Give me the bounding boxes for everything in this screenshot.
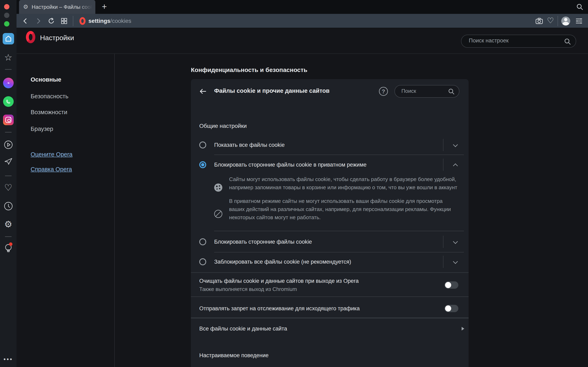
description-private: В приватном режиме сайты не могут исполь… [229,197,458,221]
sidebar-more-icon[interactable]: ••• [0,356,17,363]
divider [214,231,464,231]
sidebar-divider [5,69,12,70]
opera-settings-window: ⚙ Настройки – Файлы cookie и п + setting… [0,0,588,367]
card-search-input[interactable] [401,88,442,94]
notification-dot [9,242,12,246]
second-section-title: Настраиваемое поведение [199,352,269,359]
row-divider [443,159,443,171]
toggle-label-do-not-track: Отправлять запрет на отслеживание для ис… [199,305,360,312]
cookie-icon [214,183,223,192]
settings-gear-icon[interactable]: ⚙ [0,220,17,229]
tab-bar-search-icon[interactable] [576,3,584,11]
row-divider [443,139,443,151]
sidebar-divider [5,175,12,176]
reload-icon[interactable] [48,17,55,25]
profile-avatar[interactable] [561,17,570,25]
nav-divider [114,54,115,367]
description-allow: Сайты могут использовать файлы cookie, ч… [229,175,458,192]
divider [214,252,464,252]
whatsapp-icon[interactable] [3,96,14,107]
page-title: Настройки [40,34,74,42]
settings-search-input[interactable] [469,38,559,44]
instagram-icon[interactable] [3,115,14,125]
card-title: Файлы cookie и прочие данные сайтов [214,87,329,94]
bookmarks-star-icon[interactable]: ☆ [0,53,17,62]
snapshot-camera-icon[interactable] [535,17,543,25]
toggle-clear-on-exit[interactable] [444,281,458,289]
row-divider [443,236,443,248]
url-text[interactable]: settings/cookies [88,17,131,25]
opera-site-badge-icon[interactable] [79,17,86,25]
toggle-sublabel: Также выполняется выход из Chromium [199,286,297,292]
nav-item-features[interactable]: Возможности [31,108,67,116]
url-host: settings [88,18,110,24]
settings-search-box[interactable] [461,35,576,48]
traffic-close-button[interactable] [4,4,9,9]
radio-label[interactable]: Заблокировать все файлы cookie (не реком… [214,258,351,265]
instagram-glyph [5,117,11,123]
divider [214,155,464,155]
section-divider [191,296,468,297]
traffic-zoom-button[interactable] [4,21,9,26]
arrow-right-icon[interactable] [462,327,464,331]
nav-item-security[interactable]: Безопасность [31,92,68,100]
chevron-down-icon[interactable] [453,239,458,244]
update-bulb-icon[interactable] [0,243,17,254]
easy-setup-sliders-icon[interactable] [575,17,583,25]
section-divider [191,272,468,273]
player-icon[interactable] [0,140,17,150]
group-title: Общие настройки [199,123,247,129]
help-icon[interactable]: ? [379,87,388,96]
new-tab-button[interactable]: + [99,2,110,12]
row-divider [443,256,443,268]
radio-block-third-party[interactable] [199,238,206,245]
chevron-down-icon[interactable] [453,259,458,264]
radio-label[interactable]: Показать все файлы cookie [214,142,285,149]
all-cookies-row-label[interactable]: Все файлы cookie и данные сайта [199,325,287,332]
card-search-box[interactable] [394,85,459,98]
chevron-up-icon[interactable] [453,162,458,167]
forward-icon[interactable] [35,17,42,25]
tab-gear-icon: ⚙ [23,4,28,10]
radio-label[interactable]: Блокировать сторонние файлы cookie в при… [214,161,366,168]
traffic-minimize-button[interactable] [4,13,9,18]
tab-title-fade [79,0,95,14]
favorites-heart-icon[interactable]: ♡ [0,183,17,192]
radio-block-all-cookies[interactable] [199,258,206,265]
back-icon[interactable] [22,17,29,25]
address-bar-divider [73,16,73,26]
bookmark-heart-icon[interactable]: ♡ [547,17,554,25]
search-icon[interactable] [448,88,455,95]
blocked-icon [214,209,223,218]
sidebar-divider [5,236,12,237]
nav-item-browser[interactable]: Браузер [31,125,53,133]
nav-link-help-opera[interactable]: Справка Opera [31,166,72,173]
header-divider [17,53,588,54]
sidebar-divider [5,132,12,133]
tab-bar: ⚙ Настройки – Файлы cookie и п + [17,0,588,14]
address-bar-divider [558,16,558,26]
history-clock-icon[interactable] [0,201,17,211]
nav-item-basic[interactable]: Основные [31,76,61,83]
tab-tiles-icon[interactable] [61,17,68,25]
section-divider [191,318,468,318]
chevron-down-icon[interactable] [453,142,458,147]
toggle-label-clear-on-exit: Очищать файлы cookie и данные сайтов при… [199,277,359,284]
address-bar: settings/cookies ♡ [17,14,588,28]
section-title: Конфиденциальность и безопасность [191,67,307,73]
nav-link-rate-opera[interactable]: Оцените Opera [31,151,72,158]
radio-show-all-cookies[interactable] [199,142,206,149]
toggle-do-not-track[interactable] [444,305,458,312]
url-path: /cookies [110,18,131,24]
back-arrow-icon[interactable] [199,87,208,96]
active-tab[interactable]: ⚙ Настройки – Файлы cookie и п [19,0,95,14]
search-icon[interactable] [564,38,571,45]
opera-logo [26,31,35,43]
radio-block-third-party-private[interactable] [199,161,206,168]
messenger-icon[interactable] [3,78,14,88]
cookies-card: Файлы cookie и прочие данные сайтов ? Об… [191,79,468,367]
radio-label[interactable]: Блокировать сторонние файлы cookie [214,238,312,245]
app-sidebar: ☆ ♡ ⚙ ••• [0,0,17,367]
my-flow-paper-plane-icon[interactable] [0,157,17,166]
speed-dial-home-icon[interactable] [3,33,14,44]
